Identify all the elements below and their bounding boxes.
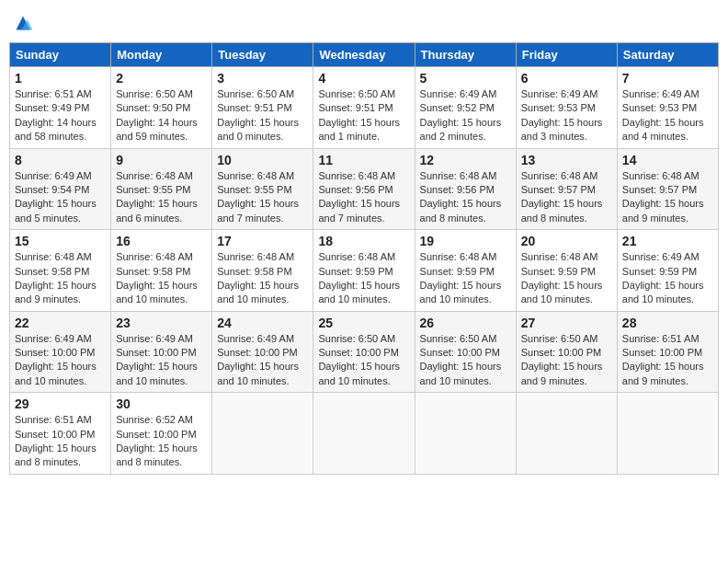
- day-info: Sunrise: 6:49 AMSunset: 9:52 PMDaylight:…: [420, 88, 502, 142]
- day-number: 1: [15, 71, 106, 86]
- calendar-cell: 17 Sunrise: 6:48 AMSunset: 9:58 PMDaylig…: [212, 230, 313, 312]
- weekday-header: Friday: [516, 43, 617, 67]
- day-info: Sunrise: 6:48 AMSunset: 9:55 PMDaylight:…: [217, 170, 299, 224]
- calendar-cell: 24 Sunrise: 6:49 AMSunset: 10:00 PMDayli…: [212, 311, 313, 393]
- day-info: Sunrise: 6:49 AMSunset: 9:59 PMDaylight:…: [622, 251, 704, 304]
- day-info: Sunrise: 6:51 AMSunset: 10:00 PMDaylight…: [15, 414, 97, 467]
- calendar-cell: 29 Sunrise: 6:51 AMSunset: 10:00 PMDayli…: [10, 393, 111, 475]
- day-info: Sunrise: 6:48 AMSunset: 9:59 PMDaylight:…: [420, 251, 502, 304]
- day-number: 2: [116, 71, 207, 86]
- day-number: 8: [15, 153, 106, 167]
- calendar-cell: 23 Sunrise: 6:49 AMSunset: 10:00 PMDayli…: [111, 311, 212, 393]
- calendar-cell: 15 Sunrise: 6:48 AMSunset: 9:58 PMDaylig…: [10, 230, 111, 312]
- day-info: Sunrise: 6:48 AMSunset: 9:59 PMDaylight:…: [318, 251, 400, 304]
- day-info: Sunrise: 6:49 AMSunset: 9:53 PMDaylight:…: [521, 88, 603, 142]
- calendar-cell: 22 Sunrise: 6:49 AMSunset: 10:00 PMDayli…: [10, 311, 111, 393]
- calendar-cell: 26 Sunrise: 6:50 AMSunset: 10:00 PMDayli…: [415, 311, 516, 393]
- day-number: 14: [622, 153, 713, 167]
- day-info: Sunrise: 6:50 AMSunset: 10:00 PMDaylight…: [521, 333, 603, 386]
- day-info: Sunrise: 6:50 AMSunset: 10:00 PMDaylight…: [318, 333, 400, 386]
- day-number: 7: [622, 71, 713, 86]
- calendar-cell: 8 Sunrise: 6:49 AMSunset: 9:54 PMDayligh…: [10, 148, 111, 230]
- day-number: 13: [521, 153, 612, 167]
- calendar-cell: 7 Sunrise: 6:49 AMSunset: 9:53 PMDayligh…: [617, 67, 718, 149]
- calendar-week-row: 8 Sunrise: 6:49 AMSunset: 9:54 PMDayligh…: [10, 148, 719, 230]
- logo: [9, 9, 40, 37]
- day-info: Sunrise: 6:48 AMSunset: 9:57 PMDaylight:…: [622, 170, 704, 224]
- day-number: 20: [521, 234, 612, 248]
- calendar-cell: [313, 393, 415, 475]
- calendar-week-row: 15 Sunrise: 6:48 AMSunset: 9:58 PMDaylig…: [10, 230, 719, 312]
- calendar-cell: 19 Sunrise: 6:48 AMSunset: 9:59 PMDaylig…: [415, 230, 516, 312]
- calendar: SundayMondayTuesdayWednesdayThursdayFrid…: [9, 42, 719, 475]
- day-info: Sunrise: 6:52 AMSunset: 10:00 PMDaylight…: [116, 414, 198, 467]
- day-number: 12: [420, 153, 511, 167]
- calendar-cell: 28 Sunrise: 6:51 AMSunset: 10:00 PMDayli…: [617, 311, 718, 393]
- calendar-cell: 10 Sunrise: 6:48 AMSunset: 9:55 PMDaylig…: [212, 148, 313, 230]
- day-number: 18: [318, 234, 409, 248]
- calendar-cell: [617, 393, 718, 475]
- day-number: 6: [521, 71, 612, 86]
- calendar-cell: 9 Sunrise: 6:48 AMSunset: 9:55 PMDayligh…: [111, 148, 212, 230]
- day-info: Sunrise: 6:50 AMSunset: 10:00 PMDaylight…: [420, 333, 502, 386]
- day-info: Sunrise: 6:48 AMSunset: 9:57 PMDaylight:…: [521, 170, 603, 224]
- calendar-cell: 20 Sunrise: 6:48 AMSunset: 9:59 PMDaylig…: [516, 230, 617, 312]
- weekday-header: Sunday: [10, 43, 111, 67]
- calendar-cell: 2 Sunrise: 6:50 AMSunset: 9:50 PMDayligh…: [111, 67, 212, 149]
- calendar-cell: 1 Sunrise: 6:51 AMSunset: 9:49 PMDayligh…: [10, 67, 111, 149]
- weekday-header: Saturday: [617, 43, 718, 67]
- weekday-header: Tuesday: [212, 43, 313, 67]
- day-info: Sunrise: 6:49 AMSunset: 10:00 PMDaylight…: [15, 333, 97, 386]
- day-info: Sunrise: 6:48 AMSunset: 9:56 PMDaylight:…: [420, 170, 502, 224]
- day-info: Sunrise: 6:49 AMSunset: 10:00 PMDaylight…: [116, 333, 198, 386]
- day-info: Sunrise: 6:48 AMSunset: 9:59 PMDaylight:…: [521, 251, 603, 304]
- day-number: 30: [116, 396, 207, 411]
- day-number: 4: [318, 71, 409, 86]
- day-number: 29: [15, 396, 106, 411]
- header: [9, 9, 719, 37]
- calendar-week-row: 1 Sunrise: 6:51 AMSunset: 9:49 PMDayligh…: [10, 67, 719, 149]
- calendar-cell: 6 Sunrise: 6:49 AMSunset: 9:53 PMDayligh…: [516, 67, 617, 149]
- day-info: Sunrise: 6:48 AMSunset: 9:56 PMDaylight:…: [318, 170, 400, 224]
- day-number: 3: [217, 71, 308, 86]
- day-info: Sunrise: 6:50 AMSunset: 9:51 PMDaylight:…: [318, 88, 400, 142]
- calendar-cell: 4 Sunrise: 6:50 AMSunset: 9:51 PMDayligh…: [313, 67, 415, 149]
- day-info: Sunrise: 6:50 AMSunset: 9:50 PMDaylight:…: [116, 88, 198, 142]
- calendar-week-row: 22 Sunrise: 6:49 AMSunset: 10:00 PMDayli…: [10, 311, 719, 393]
- day-number: 16: [116, 234, 207, 248]
- calendar-cell: 25 Sunrise: 6:50 AMSunset: 10:00 PMDayli…: [313, 311, 415, 393]
- day-number: 19: [420, 234, 511, 248]
- calendar-cell: 18 Sunrise: 6:48 AMSunset: 9:59 PMDaylig…: [313, 230, 415, 312]
- calendar-cell: [415, 393, 516, 475]
- calendar-cell: 11 Sunrise: 6:48 AMSunset: 9:56 PMDaylig…: [313, 148, 415, 230]
- day-info: Sunrise: 6:48 AMSunset: 9:58 PMDaylight:…: [217, 251, 299, 304]
- calendar-cell: 5 Sunrise: 6:49 AMSunset: 9:52 PMDayligh…: [415, 67, 516, 149]
- day-info: Sunrise: 6:50 AMSunset: 9:51 PMDaylight:…: [217, 88, 299, 142]
- calendar-cell: 21 Sunrise: 6:49 AMSunset: 9:59 PMDaylig…: [617, 230, 718, 312]
- weekday-header-row: SundayMondayTuesdayWednesdayThursdayFrid…: [10, 43, 719, 67]
- day-number: 9: [116, 153, 207, 167]
- day-number: 22: [15, 316, 106, 330]
- calendar-cell: 16 Sunrise: 6:48 AMSunset: 9:58 PMDaylig…: [111, 230, 212, 312]
- weekday-header: Wednesday: [313, 43, 415, 67]
- day-number: 25: [318, 316, 409, 330]
- calendar-cell: 13 Sunrise: 6:48 AMSunset: 9:57 PMDaylig…: [516, 148, 617, 230]
- weekday-header: Thursday: [415, 43, 516, 67]
- calendar-week-row: 29 Sunrise: 6:51 AMSunset: 10:00 PMDayli…: [10, 393, 719, 475]
- calendar-cell: [516, 393, 617, 475]
- day-number: 24: [217, 316, 308, 330]
- day-number: 15: [15, 234, 106, 248]
- day-info: Sunrise: 6:48 AMSunset: 9:58 PMDaylight:…: [116, 251, 198, 304]
- day-info: Sunrise: 6:49 AMSunset: 10:00 PMDaylight…: [217, 333, 299, 386]
- calendar-cell: 14 Sunrise: 6:48 AMSunset: 9:57 PMDaylig…: [617, 148, 718, 230]
- calendar-cell: 30 Sunrise: 6:52 AMSunset: 10:00 PMDayli…: [111, 393, 212, 475]
- calendar-cell: [212, 393, 313, 475]
- day-number: 11: [318, 153, 409, 167]
- day-number: 27: [521, 316, 612, 330]
- day-number: 26: [420, 316, 511, 330]
- day-number: 21: [622, 234, 713, 248]
- day-info: Sunrise: 6:49 AMSunset: 9:53 PMDaylight:…: [622, 88, 704, 142]
- day-number: 10: [217, 153, 308, 167]
- day-number: 28: [622, 316, 713, 330]
- day-info: Sunrise: 6:51 AMSunset: 10:00 PMDaylight…: [622, 333, 704, 386]
